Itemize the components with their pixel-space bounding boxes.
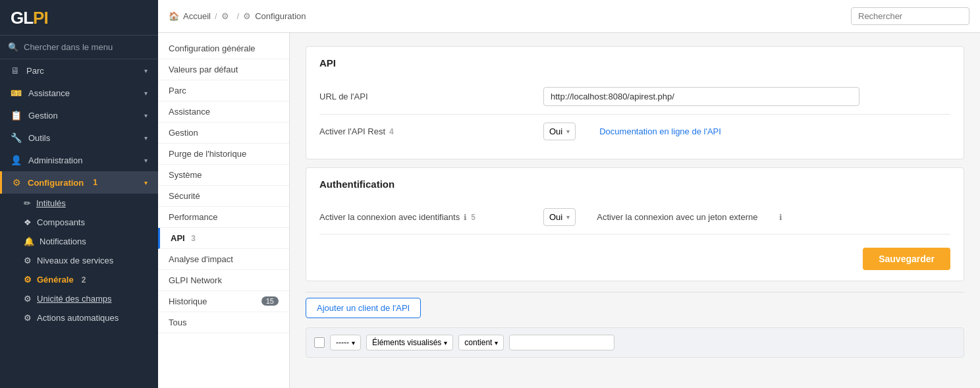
breadcrumb-accueil[interactable]: Accueil [183, 11, 211, 21]
generale-sub-icon: ⚙ [24, 275, 32, 285]
activer-connexion-select[interactable]: Oui ▾ [543, 208, 576, 226]
menu-glpi-network[interactable]: GLPI Network [158, 270, 289, 291]
info-icon1[interactable]: ℹ [464, 213, 467, 222]
activer-api-label: Activer l'API Rest 4 [319, 126, 543, 136]
activer-connexion-row: Activer la connexion avec identifiants ℹ… [319, 200, 950, 235]
menu-systeme[interactable]: Système [158, 165, 289, 186]
activer-api-select[interactable]: Oui ▾ [543, 123, 576, 140]
caret-icon5: ▾ [144, 157, 148, 164]
activer-connexion-label: Activer la connexion avec identifiants ℹ… [319, 212, 543, 222]
composants-icon: ❖ [24, 217, 32, 227]
doc-link[interactable]: Documentation en ligne de l'API [599, 126, 721, 136]
menu-historique[interactable]: Historique 15 [158, 291, 289, 312]
config-submenu: ✏ Intitulés ❖ Composants 🔔 Notifications… [0, 194, 158, 327]
config-side-menu: Configuration générale Valeurs par défau… [158, 33, 290, 388]
api-url-label: URL de l'API [319, 92, 543, 101]
filter-input[interactable] [509, 335, 614, 350]
sub-label-intitules: Intitulés [36, 198, 66, 208]
sidebar-item-administration[interactable]: 👤 Administration ▾ [0, 149, 158, 171]
sidebar-item-outils[interactable]: 🔧 Outils ▾ [0, 126, 158, 149]
info-icon2[interactable]: ℹ [779, 213, 782, 222]
breadcrumb-generale: Configuration [255, 11, 306, 21]
caret-icon: ▾ [144, 67, 148, 74]
sidebar-item-label-assistance: Assistance [28, 88, 70, 98]
filter-select1[interactable]: ----- ▾ [330, 335, 361, 350]
sidebar-item-label-gestion: Gestion [28, 111, 58, 121]
sub-label-unicite: Unicité des champs [37, 294, 111, 304]
search-input[interactable] [851, 7, 969, 25]
dropdown-caret2: ▾ [566, 213, 570, 221]
step5-badge: 5 [471, 213, 476, 222]
caret-icon4: ▾ [144, 134, 148, 142]
sidebar-sub-niveaux[interactable]: ⚙ Niveaux de services [24, 251, 158, 270]
sidebar: GLPI 🔍 Chercher dans le menu 🖥 Parc ▾ 🎫 … [0, 0, 158, 388]
sub-label-niveaux: Niveaux de services [37, 256, 113, 265]
breadcrumb-sep1: / [215, 11, 217, 21]
menu-gestion[interactable]: Gestion [158, 123, 289, 144]
activer-api-control: Oui ▾ Documentation en ligne de l'API [543, 123, 950, 140]
sidebar-sub-composants[interactable]: ❖ Composants [24, 213, 158, 232]
sidebar-search-label: Chercher dans le menu [24, 42, 113, 52]
dropdown-caret3: ▾ [352, 339, 355, 346]
search-icon: 🔍 [8, 42, 18, 52]
menu-tous[interactable]: Tous [158, 312, 289, 333]
dropdown-caret: ▾ [566, 128, 570, 135]
caret-icon6: ▾ [144, 179, 148, 186]
sidebar-search[interactable]: 🔍 Chercher dans le menu [0, 36, 158, 59]
menu-api[interactable]: API 3 [158, 228, 289, 249]
assistance-icon: 🎫 [11, 88, 22, 98]
menu-config-generale[interactable]: Configuration générale [158, 38, 289, 59]
menu-parc[interactable]: Parc [158, 80, 289, 101]
sidebar-sub-notifications[interactable]: 🔔 Notifications [24, 232, 158, 251]
menu-securite[interactable]: Sécurité [158, 186, 289, 207]
sub-label-actions: Actions automatiques [37, 313, 119, 323]
api-url-row: URL de l'API [319, 79, 950, 115]
niveaux-icon: ⚙ [24, 256, 32, 265]
api-url-input[interactable] [543, 87, 859, 106]
api-url-control [543, 87, 950, 106]
menu-valeurs-defaut[interactable]: Valeurs par défaut [158, 59, 289, 80]
auth-section: Authentification Activer la connexion av… [306, 167, 964, 281]
filter-select2[interactable]: Éléments visualisés ▾ [366, 335, 453, 350]
step3-badge: 3 [191, 234, 196, 243]
outils-icon: 🔧 [11, 132, 22, 143]
step4-badge: 4 [389, 127, 394, 136]
caret-icon3: ▾ [144, 112, 148, 119]
home-icon: 🏠 [169, 11, 179, 21]
unicite-icon: ⚙ [24, 294, 32, 304]
sidebar-item-configuration[interactable]: ⚙ Configuration 1 ▾ [0, 171, 158, 194]
intitules-icon: ✏ [24, 198, 31, 208]
generale-icon: ⚙ [243, 11, 251, 21]
main-panel: API URL de l'API Activer l'API Rest [290, 33, 980, 388]
menu-assistance[interactable]: Assistance [158, 101, 289, 123]
activer-jeton-label: Activer la connexion avec un jeton exter… [597, 212, 757, 222]
config-icon: ⚙ [221, 11, 229, 21]
add-client-button[interactable]: Ajouter un client de l'API [306, 298, 421, 318]
admin-icon: 👤 [11, 155, 22, 165]
sidebar-sub-actions-auto[interactable]: ⚙ Actions automatiques [24, 308, 158, 327]
sidebar-sub-intitules[interactable]: ✏ Intitulés [24, 194, 158, 213]
logo: GLPI [0, 0, 158, 36]
menu-purge[interactable]: Purge de l'historique [158, 144, 289, 165]
sidebar-sub-generale[interactable]: ⚙ Générale 2 [24, 270, 158, 289]
save-button[interactable]: Sauvegarder [863, 248, 950, 270]
activer-connexion-control: Oui ▾ Activer la connexion avec un jeton… [543, 208, 950, 226]
filter-checkbox[interactable] [314, 337, 325, 348]
filter-select3[interactable]: contient ▾ [458, 335, 504, 350]
menu-performance[interactable]: Performance [158, 207, 289, 228]
menu-analyse[interactable]: Analyse d'impact [158, 249, 289, 270]
gestion-icon: 📋 [11, 110, 22, 121]
historique-badge: 15 [261, 296, 279, 306]
caret-icon2: ▾ [144, 90, 148, 97]
sidebar-sub-unicite[interactable]: ⚙ Unicité des champs [24, 289, 158, 308]
breadcrumb-sep2: / [237, 11, 240, 21]
parc-icon: 🖥 [11, 65, 20, 76]
sidebar-item-assistance[interactable]: 🎫 Assistance ▾ [0, 82, 158, 104]
sidebar-item-gestion[interactable]: 📋 Gestion ▾ [0, 104, 158, 126]
sub-label-generale: Générale [37, 275, 74, 285]
step2-badge: 2 [82, 275, 86, 285]
sidebar-item-parc[interactable]: 🖥 Parc ▾ [0, 59, 158, 82]
api-section: API URL de l'API Activer l'API Rest [306, 46, 964, 159]
api-section-title: API [319, 57, 950, 69]
step1-badge: 1 [93, 178, 97, 187]
